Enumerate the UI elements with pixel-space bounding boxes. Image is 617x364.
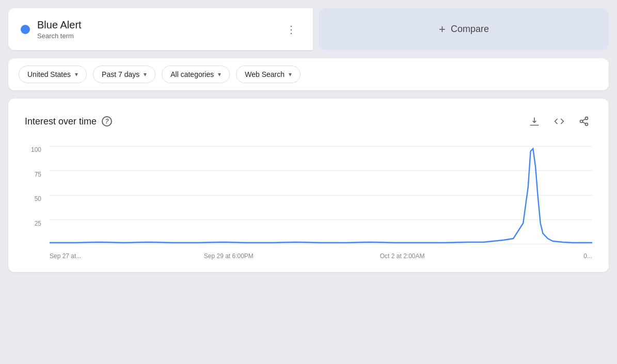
chart-header: Interest over time ? bbox=[25, 113, 592, 130]
download-button[interactable] bbox=[526, 113, 543, 130]
timerange-chevron-icon: ▾ bbox=[144, 71, 147, 78]
share-button[interactable] bbox=[576, 113, 592, 130]
search-term-card: Blue Alert Search term ⋮ bbox=[8, 8, 313, 50]
region-chevron-icon: ▾ bbox=[75, 71, 78, 78]
x-label-oct2: Oct 2 at 2:00AM bbox=[380, 252, 425, 260]
searchtype-chevron-icon: ▾ bbox=[289, 71, 292, 78]
svg-line-3 bbox=[582, 122, 586, 123]
chart-title-row: Interest over time ? bbox=[25, 116, 112, 127]
compare-card[interactable]: + Compare bbox=[319, 8, 609, 50]
region-filter-label: United States bbox=[27, 70, 71, 78]
compare-label: Compare bbox=[451, 24, 489, 35]
chart-actions bbox=[526, 113, 592, 130]
categories-chevron-icon: ▾ bbox=[218, 71, 221, 78]
chart-card: Interest over time ? bbox=[8, 99, 609, 272]
help-icon[interactable]: ? bbox=[102, 116, 112, 126]
x-label-end: 0... bbox=[583, 252, 592, 260]
y-label-100: 100 bbox=[25, 146, 45, 153]
chart-line-svg bbox=[50, 146, 592, 244]
search-term-dot bbox=[21, 25, 30, 34]
search-term-left: Blue Alert Search term bbox=[21, 19, 82, 40]
svg-point-1 bbox=[580, 120, 583, 123]
chart-area: 100 75 50 25 Sep 27 at... Sep 29 at 6:00… bbox=[25, 146, 592, 260]
chart-inner bbox=[50, 146, 592, 244]
svg-line-4 bbox=[582, 119, 586, 120]
x-label-sep27: Sep 27 at... bbox=[50, 252, 81, 260]
grid-line-bottom bbox=[50, 244, 592, 244]
svg-point-0 bbox=[586, 117, 588, 120]
compare-plus-icon: + bbox=[439, 23, 446, 36]
term-label: Search term bbox=[37, 32, 82, 40]
y-label-50: 50 bbox=[25, 195, 45, 202]
x-label-sep29: Sep 29 at 6:00PM bbox=[204, 252, 254, 260]
more-options-button[interactable]: ⋮ bbox=[282, 22, 300, 37]
y-axis-labels: 100 75 50 25 bbox=[25, 146, 45, 244]
timerange-filter-label: Past 7 days bbox=[102, 70, 139, 78]
share-icon bbox=[579, 116, 589, 126]
filter-bar: United States ▾ Past 7 days ▾ All catego… bbox=[8, 58, 609, 90]
embed-button[interactable] bbox=[551, 113, 567, 130]
svg-point-2 bbox=[586, 123, 588, 125]
top-row: Blue Alert Search term ⋮ + Compare bbox=[8, 8, 609, 50]
chart-title: Interest over time bbox=[25, 116, 97, 127]
code-icon bbox=[554, 116, 564, 126]
x-axis-labels: Sep 27 at... Sep 29 at 6:00PM Oct 2 at 2… bbox=[50, 245, 592, 260]
download-icon bbox=[529, 116, 540, 126]
categories-filter-label: All categories bbox=[170, 70, 214, 78]
search-term-text: Blue Alert Search term bbox=[37, 19, 82, 40]
timerange-filter-button[interactable]: Past 7 days ▾ bbox=[93, 66, 155, 83]
y-label-25: 25 bbox=[25, 220, 45, 227]
term-name: Blue Alert bbox=[37, 19, 82, 31]
searchtype-filter-label: Web Search bbox=[245, 70, 284, 78]
y-label-75: 75 bbox=[25, 171, 45, 178]
region-filter-button[interactable]: United States ▾ bbox=[19, 66, 87, 83]
searchtype-filter-button[interactable]: Web Search ▾ bbox=[236, 66, 300, 83]
categories-filter-button[interactable]: All categories ▾ bbox=[162, 66, 230, 83]
